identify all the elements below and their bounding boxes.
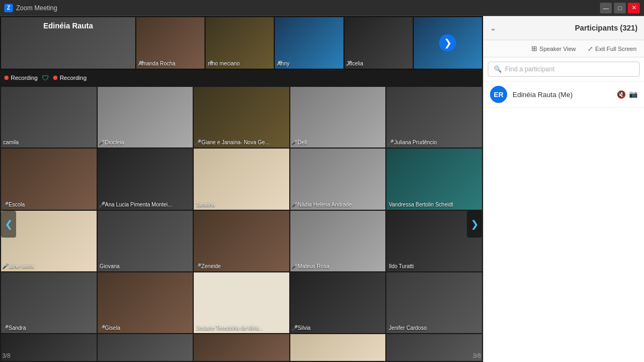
main-speaker-name: Edinéia Rauta xyxy=(43,21,93,30)
grid-cell-0-4: 🎤 Juliana Prudêncio xyxy=(386,87,482,147)
thumb-name-0: Amanda Rocha xyxy=(138,61,175,67)
thumbnail-nav[interactable]: ❯ xyxy=(414,17,482,69)
mute-icon-0: 🔇 xyxy=(617,90,626,99)
cell-name-2-4: Ildo Turatti xyxy=(389,263,414,269)
grid-cell-3-1: 🎤 Gisela xyxy=(98,272,193,333)
participant-controls-0: 🔇 📷 xyxy=(617,90,638,99)
exit-full-screen-icon: ⤢ xyxy=(588,45,593,53)
cell-name-2-2: Zeneide xyxy=(201,263,221,269)
page-indicator-left: 3/8 xyxy=(2,352,10,359)
mic-2-3: 🎤 xyxy=(291,263,298,269)
grid-cell-1-3: 🎤 Nádia Helena Andrade xyxy=(290,149,386,209)
shield-icon: 🛡 xyxy=(42,74,49,82)
grid-cell-4-0 xyxy=(1,334,97,361)
participant-item-0: ER Edinéia Rauta (Me) 🔇 📷 xyxy=(484,82,644,108)
cell-name-0-2: Giane e Janaina- Nova Ge... xyxy=(201,139,269,145)
speaker-view-button[interactable]: ⊞ Speaker View xyxy=(528,43,579,54)
toolbar-row: Recording 🛡 Recording xyxy=(0,70,483,86)
grid-cell-2-1: Giovana xyxy=(98,211,193,271)
close-button[interactable]: ✕ xyxy=(628,3,640,13)
sidebar-header: ⌄ Participants (321) xyxy=(484,16,644,40)
collapse-icon[interactable]: ⌄ xyxy=(490,24,496,32)
cell-name-0-4: Juliana Prudêncio xyxy=(394,139,437,145)
app-icon: Z xyxy=(4,4,13,12)
mic-2-0: 🎤 xyxy=(2,263,9,269)
grid-cell-3-4: Jenifer Cardoso xyxy=(386,272,482,333)
grid-cell-0-3: 🎤 Dell xyxy=(290,87,386,147)
cell-name-1-4: Vandressa Bertolin Scheidt xyxy=(389,202,453,208)
grid-cell-1-4: Vandressa Bertolin Scheidt xyxy=(386,149,482,209)
exit-full-screen-label: Exit Full Screen xyxy=(595,46,636,52)
grid-cell-4-1 xyxy=(98,334,193,361)
grid-cell-1-0: 🎤 Escola xyxy=(1,149,97,209)
participant-list: ER Edinéia Rauta (Me) 🔇 📷 xyxy=(484,82,644,362)
mic-1-0: 🎤 xyxy=(2,202,9,208)
rec-dot-2 xyxy=(53,76,57,80)
grid-cell-0-0: camila xyxy=(1,87,97,147)
participant-name-0: Edinéia Rauta (Me) xyxy=(513,91,611,99)
cell-name-2-1: Giovana xyxy=(100,263,120,269)
thumbnail-2: 🎤 Anny xyxy=(275,17,343,69)
thumbnail-0: 🎤 Amanda Rocha xyxy=(136,17,204,69)
grid-row-3: 🎤 Sandra 🎤 Gisela Josiane Terezinha de M… xyxy=(1,272,482,333)
speaker-view-icon: ⊞ xyxy=(531,45,537,53)
mic-0-4: 🎤 xyxy=(387,139,394,145)
mic-0-2: 🎤 xyxy=(195,139,201,145)
grid-row-0: camila 🎤 Diocleia 🎤 Giane e Janaina- Nov… xyxy=(1,87,482,147)
thumb-name-2: Anny xyxy=(277,61,289,67)
search-placeholder: Find a participant xyxy=(505,65,554,73)
grid-row-1: 🎤 Escola 🎤 Ana Lucia Pimenta Montei... J… xyxy=(1,149,482,209)
cell-name-1-3: Nádia Helena Andrade xyxy=(298,202,352,208)
search-input-wrapper[interactable]: 🔍 Find a participant xyxy=(488,62,640,77)
thumbnail-3: 🎤 Jucelia xyxy=(345,17,413,69)
cell-name-3-2: Josiane Terezinha de Mira... xyxy=(196,325,263,331)
minimize-button[interactable]: — xyxy=(600,3,612,13)
mic-0-1: 🎤 xyxy=(99,139,105,145)
grid-cell-1-1: 🎤 Ana Lucia Pimenta Montei... xyxy=(98,149,193,209)
cell-name-3-4: Jenifer Cardoso xyxy=(389,325,427,331)
exit-full-screen-button[interactable]: ⤢ Exit Full Screen xyxy=(584,43,640,54)
grid-cell-3-0: 🎤 Sandra xyxy=(1,272,97,333)
video-area: Edinéia Rauta 🎤 Amanda Rocha 🎤 nino meci… xyxy=(0,16,483,362)
mic-3-0: 🎤 xyxy=(2,325,9,331)
rec-dot-1 xyxy=(4,76,9,80)
previous-page-button[interactable]: ❮ xyxy=(1,211,16,238)
window-controls: — □ ✕ xyxy=(600,3,640,13)
main-layout: Edinéia Rauta 🎤 Amanda Rocha 🎤 nino meci… xyxy=(0,16,644,362)
cell-name-1-1: Ana Lucia Pimenta Montei... xyxy=(105,202,172,208)
grid-row-4 xyxy=(1,334,482,361)
cell-name-2-0: aline vieira xyxy=(9,263,34,269)
grid-cell-1-2: Janaína xyxy=(194,149,289,209)
next-page-button-grid[interactable]: ❯ xyxy=(467,211,482,238)
search-icon: 🔍 xyxy=(494,65,502,73)
mic-0-3: 🎤 xyxy=(291,139,298,145)
next-page-button[interactable]: ❯ xyxy=(439,34,456,51)
recording-label-1: Recording xyxy=(11,75,38,81)
recording-indicator-2: Recording xyxy=(53,75,86,81)
mic-2-2: 🎤 xyxy=(195,263,201,269)
video-off-icon-0: 📷 xyxy=(629,90,638,99)
participants-panel: ⌄ Participants (321) ⊞ Speaker View ⤢ Ex… xyxy=(483,16,644,362)
thumbnail-1: 🎤 nino meciano xyxy=(206,17,274,69)
cell-name-0-3: Dell xyxy=(298,139,307,145)
mic-1-3: 🎤 xyxy=(291,202,298,208)
grid-cell-3-2: Josiane Terezinha de Mira... xyxy=(194,272,289,333)
top-thumbnails: 🎤 Amanda Rocha 🎤 nino meciano 🎤 Anny 🎤 J… xyxy=(136,17,482,69)
title-bar: Z Zoom Meeting — □ ✕ xyxy=(0,0,644,16)
cell-name-3-0: Sandra xyxy=(9,325,26,331)
cell-name-0-1: Diocleia xyxy=(105,139,125,145)
cell-name-1-0: Escola xyxy=(9,202,25,208)
speaker-view-label: Speaker View xyxy=(539,46,576,52)
grid-cell-2-2: 🎤 Zeneide xyxy=(194,211,289,271)
grid-cell-4-3 xyxy=(290,334,386,361)
participant-grid: ❮ 3/8 ❯ 3/8 camila 🎤 Diocleia 🎤 Giane e … xyxy=(0,86,483,362)
grid-cell-0-1: 🎤 Diocleia xyxy=(98,87,193,147)
window-title: Zoom Meeting xyxy=(16,4,600,12)
search-bar: 🔍 Find a participant xyxy=(484,57,644,82)
cell-name-0-0: camila xyxy=(3,139,19,145)
sidebar-title: Participants (321) xyxy=(575,24,638,32)
maximize-button[interactable]: □ xyxy=(614,3,626,13)
view-toolbar: ⊞ Speaker View ⤢ Exit Full Screen xyxy=(484,40,644,57)
mic-3-3: 🎤 xyxy=(291,325,298,331)
recording-indicator: Recording xyxy=(4,75,38,81)
